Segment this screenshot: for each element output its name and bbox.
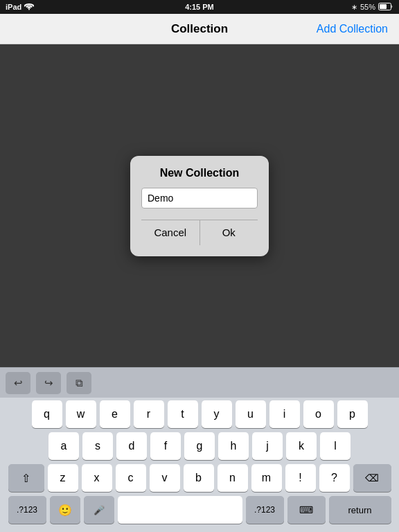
key-z[interactable]: z: [48, 464, 78, 492]
clipboard-button[interactable]: ⧉: [66, 372, 91, 394]
key-o[interactable]: o: [303, 400, 334, 428]
backspace-button[interactable]: ⌫: [353, 464, 391, 492]
key-c[interactable]: c: [116, 464, 146, 492]
key-i[interactable]: i: [269, 400, 300, 428]
key-p[interactable]: p: [337, 400, 368, 428]
battery-icon: [378, 3, 393, 12]
key-l[interactable]: l: [320, 432, 351, 460]
key-exclaim[interactable]: !: [285, 464, 316, 492]
cancel-button[interactable]: Cancel: [141, 220, 200, 245]
status-right: ∗ 55%: [351, 3, 393, 12]
mic-button[interactable]: 🎤: [84, 496, 114, 524]
key-question[interactable]: ?: [319, 464, 350, 492]
keyboard-toolbar: ↩ ↪ ⧉: [0, 367, 399, 398]
keyboard-rows: q w e r t y u i o p a s d f g h j k l ⇧ …: [0, 398, 399, 524]
key-j[interactable]: j: [252, 432, 283, 460]
key-m[interactable]: m: [251, 464, 282, 492]
undo-icon: ↩: [14, 377, 23, 389]
key-s[interactable]: s: [82, 432, 113, 460]
emoji-button[interactable]: 🙂: [50, 496, 80, 524]
status-bar: iPad 4:15 PM ∗ 55%: [0, 0, 399, 14]
key-a[interactable]: a: [48, 432, 79, 460]
wifi-icon: [24, 3, 34, 12]
nav-bar: Collection Add Collection: [0, 14, 399, 44]
key-d[interactable]: d: [116, 432, 147, 460]
nav-title: Collection: [171, 22, 228, 36]
num-button-right[interactable]: .?123: [246, 496, 284, 524]
clipboard-icon: ⧉: [76, 377, 83, 389]
redo-button[interactable]: ↪: [36, 372, 61, 394]
key-row-4: .?123 🙂 🎤 .?123 ⌨ return: [2, 496, 397, 524]
key-row-1: q w e r t y u i o p: [2, 400, 397, 428]
space-button[interactable]: [118, 496, 242, 524]
device-label: iPad: [6, 3, 21, 11]
key-r[interactable]: r: [134, 400, 164, 428]
num-button-left[interactable]: .?123: [8, 496, 46, 524]
key-n[interactable]: n: [218, 464, 248, 492]
key-t[interactable]: t: [168, 400, 198, 428]
dialog-title: New Collection: [160, 167, 240, 179]
keyboard-area: ↩ ↪ ⧉ q w e r t y u i o p a s d f g: [0, 367, 399, 532]
key-g[interactable]: g: [184, 432, 215, 460]
battery-percent: 55%: [360, 3, 375, 11]
key-b[interactable]: b: [184, 464, 214, 492]
shift-button[interactable]: ⇧: [8, 464, 44, 492]
key-q[interactable]: q: [32, 400, 62, 428]
return-button[interactable]: return: [329, 496, 391, 524]
time-display: 4:15 PM: [185, 3, 214, 11]
key-v[interactable]: v: [150, 464, 180, 492]
key-e[interactable]: e: [100, 400, 130, 428]
bluetooth-icon: ∗: [351, 3, 357, 12]
key-x[interactable]: x: [82, 464, 112, 492]
key-h[interactable]: h: [218, 432, 249, 460]
key-k[interactable]: k: [286, 432, 317, 460]
dialog-buttons: Cancel Ok: [141, 220, 258, 245]
key-f[interactable]: f: [150, 432, 181, 460]
status-left: iPad: [6, 3, 34, 12]
new-collection-dialog: New Collection Cancel Ok: [130, 156, 269, 256]
key-w[interactable]: w: [66, 400, 96, 428]
svg-rect-1: [380, 4, 387, 9]
collection-name-input[interactable]: [141, 188, 258, 209]
add-collection-button[interactable]: Add Collection: [317, 23, 388, 35]
redo-icon: ↪: [44, 377, 53, 389]
main-content: New Collection Cancel Ok: [0, 44, 399, 367]
key-u[interactable]: u: [236, 400, 266, 428]
undo-button[interactable]: ↩: [6, 372, 30, 394]
ok-button[interactable]: Ok: [200, 220, 258, 245]
globe-button[interactable]: ⌨: [287, 496, 326, 524]
key-row-3: ⇧ z x c v b n m ! ? ⌫: [2, 464, 397, 492]
key-y[interactable]: y: [202, 400, 232, 428]
key-row-2: a s d f g h j k l: [2, 432, 397, 460]
